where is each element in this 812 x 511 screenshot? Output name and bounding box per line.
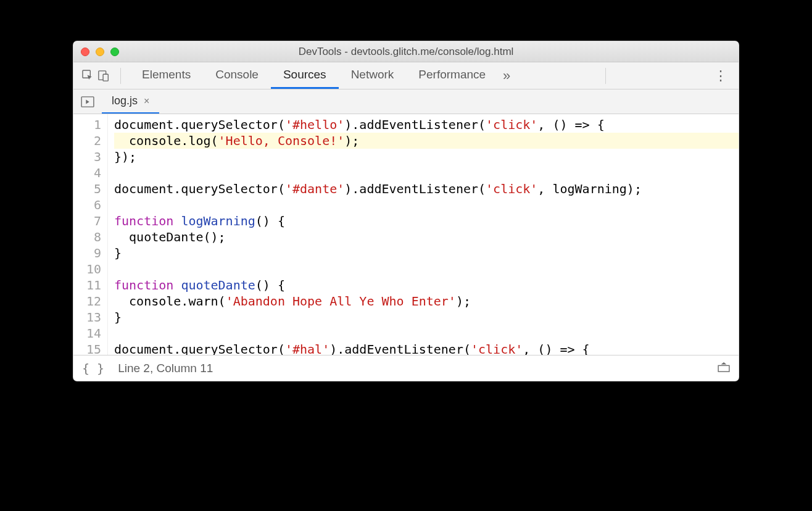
pretty-print-icon[interactable]: { } bbox=[82, 361, 104, 376]
code-line[interactable]: quoteDante(); bbox=[114, 229, 739, 245]
code-line[interactable] bbox=[114, 197, 739, 213]
status-bar: { } Line 2, Column 11 bbox=[73, 355, 739, 381]
code-line[interactable]: document.querySelector('#hello').addEven… bbox=[114, 117, 739, 133]
zoom-window-button[interactable] bbox=[110, 48, 119, 56]
code-line[interactable]: document.querySelector('#dante').addEven… bbox=[114, 181, 739, 197]
code-line[interactable]: function quoteDante() { bbox=[114, 277, 739, 293]
sources-file-tabs: log.js × bbox=[73, 89, 739, 114]
line-number: 8 bbox=[73, 229, 101, 245]
code-line[interactable] bbox=[114, 325, 739, 341]
code-line[interactable]: document.querySelector('#hal').addEventL… bbox=[114, 341, 739, 355]
line-number: 1 bbox=[73, 117, 101, 133]
close-window-button[interactable] bbox=[81, 48, 89, 56]
line-number-gutter: 123456789101112131415 bbox=[73, 114, 108, 355]
window-titlebar: DevTools - devtools.glitch.me/console/lo… bbox=[73, 41, 739, 62]
code-line[interactable]: }); bbox=[114, 149, 739, 165]
line-number: 15 bbox=[73, 341, 101, 355]
inspect-element-icon[interactable] bbox=[80, 68, 96, 84]
line-number: 5 bbox=[73, 181, 101, 197]
line-number: 12 bbox=[73, 293, 101, 309]
line-number: 11 bbox=[73, 277, 101, 293]
code-line[interactable]: console.log('Hello, Console!'); bbox=[114, 133, 739, 149]
code-line[interactable]: function logWarning() { bbox=[114, 213, 739, 229]
window-title: DevTools - devtools.glitch.me/console/lo… bbox=[73, 46, 739, 58]
line-number: 14 bbox=[73, 325, 101, 341]
device-toolbar-icon[interactable] bbox=[96, 68, 112, 84]
code-line[interactable] bbox=[114, 165, 739, 181]
svg-rect-2 bbox=[103, 74, 108, 81]
file-tab-label: log.js bbox=[112, 94, 138, 107]
code-editor[interactable]: 123456789101112131415 document.querySele… bbox=[73, 114, 739, 355]
code-line[interactable]: } bbox=[114, 309, 739, 325]
line-number: 10 bbox=[73, 261, 101, 277]
line-number: 4 bbox=[73, 165, 101, 181]
minimize-window-button[interactable] bbox=[96, 48, 104, 56]
line-number: 6 bbox=[73, 197, 101, 213]
tab-elements[interactable]: Elements bbox=[130, 62, 203, 89]
svg-rect-4 bbox=[718, 365, 729, 372]
traffic-lights bbox=[81, 48, 119, 56]
close-tab-icon[interactable]: × bbox=[144, 96, 149, 107]
line-number: 2 bbox=[73, 133, 101, 149]
devtools-window: DevTools - devtools.glitch.me/console/lo… bbox=[73, 41, 739, 381]
show-navigator-icon[interactable] bbox=[73, 89, 102, 114]
line-number: 13 bbox=[73, 309, 101, 325]
file-tab-log-js[interactable]: log.js × bbox=[102, 89, 159, 114]
toolbar-separator bbox=[120, 68, 121, 84]
code-line[interactable] bbox=[114, 261, 739, 277]
tab-performance[interactable]: Performance bbox=[406, 62, 498, 89]
line-number: 7 bbox=[73, 213, 101, 229]
more-panels-button[interactable]: » bbox=[503, 68, 510, 84]
toolbar-separator bbox=[605, 68, 606, 84]
code-line[interactable]: console.warn('Abandon Hope All Ye Who En… bbox=[114, 293, 739, 309]
tab-sources[interactable]: Sources bbox=[271, 62, 339, 89]
tab-network[interactable]: Network bbox=[339, 62, 407, 89]
line-number: 3 bbox=[73, 149, 101, 165]
tab-console[interactable]: Console bbox=[203, 62, 271, 89]
line-number: 9 bbox=[73, 245, 101, 261]
panel-tabs: Elements Console Sources Network Perform… bbox=[130, 62, 498, 89]
settings-menu-icon[interactable]: ⋮ bbox=[709, 68, 732, 84]
toggle-drawer-icon[interactable] bbox=[718, 362, 730, 375]
code-content[interactable]: document.querySelector('#hello').addEven… bbox=[108, 114, 739, 355]
devtools-toolbar: Elements Console Sources Network Perform… bbox=[73, 62, 739, 89]
cursor-position: Line 2, Column 11 bbox=[118, 362, 213, 375]
code-line[interactable]: } bbox=[114, 245, 739, 261]
